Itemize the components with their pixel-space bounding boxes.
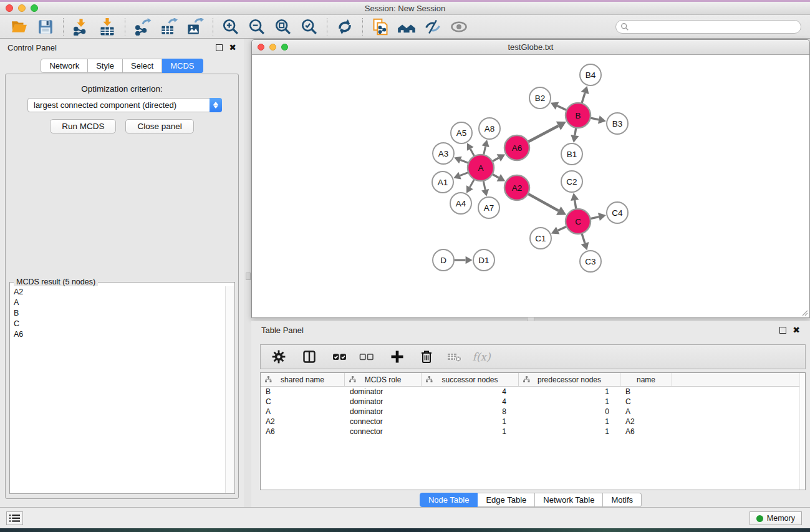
table-cell[interactable]: A2 bbox=[620, 417, 672, 427]
graph-node-label: A bbox=[478, 163, 483, 173]
new-network-from-selection-icon[interactable] bbox=[370, 17, 390, 36]
mcds-result-list[interactable]: A2ABCA6 bbox=[11, 286, 225, 493]
tab-edge-table[interactable]: Edge Table bbox=[478, 493, 535, 507]
export-image-icon[interactable] bbox=[185, 17, 205, 36]
zoom-fit-icon[interactable] bbox=[273, 17, 293, 36]
table-cell[interactable]: 1 bbox=[422, 417, 519, 427]
table-cell[interactable]: C bbox=[261, 397, 345, 407]
zoom-in-icon[interactable] bbox=[221, 17, 241, 36]
graph-edge-A2-C[interactable] bbox=[527, 193, 559, 211]
desktop-strip-bottom bbox=[0, 528, 810, 532]
network-window-titlebar[interactable]: testGlobe.txt bbox=[252, 40, 809, 55]
table-scrollbar[interactable] bbox=[799, 373, 805, 490]
search-box[interactable] bbox=[615, 20, 801, 34]
table-cell[interactable]: 4 bbox=[422, 397, 519, 407]
tab-network-table[interactable]: Network Table bbox=[535, 493, 603, 507]
tab-network[interactable]: Network bbox=[41, 59, 88, 73]
delete-columns-icon[interactable] bbox=[417, 347, 436, 366]
table-cell[interactable]: connector bbox=[345, 417, 422, 427]
mcds-result-group: MCDS result (5 nodes) A2ABCA6 bbox=[9, 282, 235, 494]
table-cell[interactable]: B bbox=[261, 387, 345, 397]
import-network-icon[interactable] bbox=[71, 17, 91, 36]
close-panel-button[interactable]: Close panel bbox=[125, 119, 193, 133]
column-header-predecessor-nodes[interactable]: predecessor nodes bbox=[519, 373, 620, 386]
import-table-icon[interactable] bbox=[97, 17, 117, 36]
select-all-columns-icon[interactable] bbox=[330, 347, 350, 366]
refresh-icon[interactable] bbox=[335, 17, 355, 36]
delete-table-icon[interactable] bbox=[445, 347, 465, 366]
deselect-all-columns-icon[interactable] bbox=[357, 347, 377, 366]
table-cell[interactable]: A6 bbox=[261, 427, 345, 437]
table-row[interactable]: A6connector11A6 bbox=[261, 427, 805, 437]
column-header-name[interactable]: name bbox=[620, 373, 672, 386]
function-builder-icon[interactable]: f(x) bbox=[471, 347, 491, 366]
table-row[interactable]: Bdominator41B bbox=[261, 387, 805, 397]
task-history-button[interactable] bbox=[6, 511, 23, 525]
zoom-selected-icon[interactable] bbox=[299, 17, 319, 36]
table-cell[interactable]: C bbox=[620, 397, 672, 407]
result-item[interactable]: A bbox=[11, 297, 225, 307]
split-view-icon[interactable] bbox=[299, 347, 319, 366]
table-cell[interactable]: 4 bbox=[422, 387, 519, 397]
table-cell[interactable]: A bbox=[261, 407, 345, 417]
search-input[interactable] bbox=[629, 21, 801, 32]
table-cell[interactable]: 1 bbox=[519, 417, 620, 427]
graph-node-label: B bbox=[575, 111, 581, 120]
graph-node-label: B3 bbox=[612, 119, 623, 128]
tab-motifs[interactable]: Motifs bbox=[603, 493, 642, 507]
table-cell[interactable]: A2 bbox=[261, 417, 345, 427]
table-cell[interactable]: dominator bbox=[345, 387, 422, 397]
network-canvas[interactable]: B4B2BB3A8A5A6A3B1AA1C2A2A4A7C4CC1DD1C3 bbox=[252, 55, 809, 317]
table-cell[interactable]: 1 bbox=[519, 427, 620, 437]
tab-select[interactable]: Select bbox=[123, 59, 162, 73]
show-all-icon[interactable] bbox=[449, 17, 469, 36]
float-table-panel-icon[interactable] bbox=[779, 327, 786, 334]
table-cell[interactable]: 8 bbox=[422, 407, 519, 417]
zoom-out-icon[interactable] bbox=[247, 17, 267, 36]
export-table-icon[interactable] bbox=[159, 17, 179, 36]
table-cell[interactable]: dominator bbox=[345, 407, 422, 417]
settings-gear-icon[interactable] bbox=[269, 347, 289, 366]
tab-node-table[interactable]: Node Table bbox=[420, 493, 478, 507]
save-session-icon[interactable] bbox=[36, 17, 55, 36]
column-header-successor-nodes[interactable]: successor nodes bbox=[422, 373, 519, 386]
table-cell[interactable]: dominator bbox=[345, 397, 422, 407]
result-item[interactable]: A6 bbox=[11, 329, 225, 339]
first-neighbors-icon[interactable] bbox=[397, 17, 417, 36]
table-row[interactable]: A2connector11A2 bbox=[261, 417, 805, 427]
tab-mcds[interactable]: MCDS bbox=[162, 59, 203, 73]
table-cell[interactable]: connector bbox=[345, 427, 422, 437]
table-toolbar: f(x) bbox=[260, 344, 806, 369]
table-cell[interactable]: B bbox=[620, 387, 672, 397]
table-cell[interactable]: 1 bbox=[519, 397, 620, 407]
result-item[interactable]: C bbox=[11, 318, 225, 329]
result-list-scrollbar[interactable] bbox=[225, 286, 234, 493]
open-session-icon[interactable] bbox=[9, 17, 29, 36]
criterion-dropdown[interactable]: largest connected component (directed) bbox=[27, 98, 222, 112]
float-panel-icon[interactable] bbox=[216, 44, 223, 51]
export-network-icon[interactable] bbox=[133, 17, 153, 36]
close-panel-icon[interactable]: ✖ bbox=[229, 44, 236, 51]
table-row[interactable]: Cdominator41C bbox=[261, 397, 805, 407]
table-cell[interactable]: 0 bbox=[519, 407, 620, 417]
table-cell[interactable]: 1 bbox=[519, 387, 620, 397]
column-header-shared-name[interactable]: shared name bbox=[261, 373, 345, 386]
add-column-icon[interactable] bbox=[387, 347, 407, 366]
result-item[interactable]: A2 bbox=[11, 286, 225, 297]
table-cell[interactable]: 1 bbox=[422, 427, 519, 437]
vertical-split-handle[interactable] bbox=[246, 273, 251, 280]
column-header-MCDS-role[interactable]: MCDS role bbox=[345, 373, 422, 386]
graph-edge-A6-B[interactable] bbox=[527, 126, 559, 143]
memory-button[interactable]: Memory bbox=[750, 511, 802, 525]
hide-selected-icon[interactable] bbox=[423, 17, 443, 36]
result-item[interactable]: B bbox=[11, 307, 225, 318]
table-cell[interactable]: A bbox=[620, 407, 672, 417]
network-graph[interactable]: B4B2BB3A8A5A6A3B1AA1C2A2A4A7C4CC1DD1C3 bbox=[252, 55, 809, 317]
table-cell[interactable]: A6 bbox=[620, 427, 672, 437]
table-row[interactable]: Adominator80A bbox=[261, 407, 805, 417]
close-table-panel-icon[interactable]: ✖ bbox=[793, 327, 800, 334]
run-mcds-button[interactable]: Run MCDS bbox=[50, 119, 116, 133]
resize-grip-icon[interactable] bbox=[801, 309, 808, 316]
tab-style[interactable]: Style bbox=[88, 59, 123, 73]
arrowhead-icon bbox=[581, 242, 589, 250]
